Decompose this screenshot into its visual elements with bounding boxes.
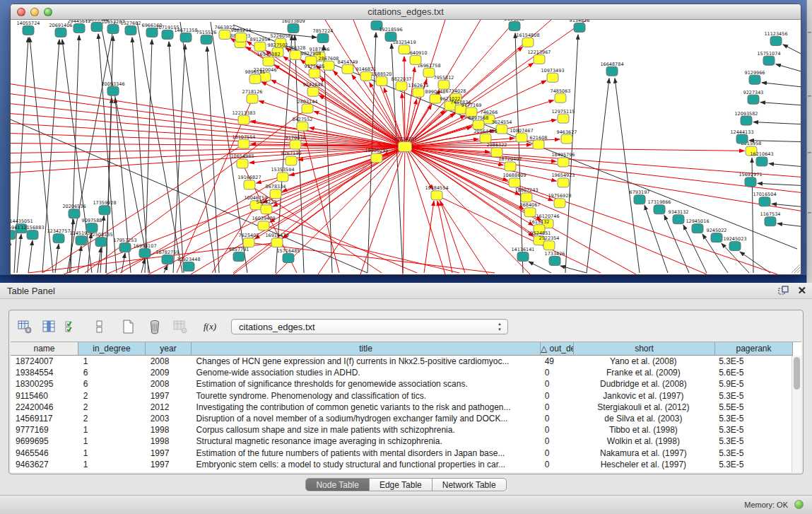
row-height-button[interactable]: [90, 317, 110, 337]
graph-node[interactable]: [283, 254, 294, 263]
graph-node-selected[interactable]: [558, 178, 569, 187]
graph-node-selected[interactable]: [263, 57, 274, 66]
table-row[interactable]: 969969511998Structural magnetic resonanc…: [11, 436, 792, 447]
graph-node-selected[interactable]: [261, 205, 272, 214]
graph-node-selected[interactable]: [219, 30, 230, 39]
column-header-title[interactable]: title: [192, 342, 541, 356]
tab-node-table[interactable]: Node Table: [306, 479, 370, 491]
graph-node-selected[interactable]: [516, 133, 527, 142]
table-vertical-scrollbar[interactable]: [792, 356, 801, 472]
table-row[interactable]: 2242004622012Investigating the contribut…: [11, 402, 792, 413]
graph-node[interactable]: [606, 66, 618, 76]
graph-node-selected[interactable]: [270, 189, 281, 199]
graph-node[interactable]: [634, 195, 645, 204]
delete-attribute-button[interactable]: [145, 317, 165, 337]
graph-node-selected[interactable]: [254, 42, 266, 51]
graph-node[interactable]: [233, 252, 245, 262]
column-header-short[interactable]: short: [574, 342, 715, 356]
graph-node[interactable]: [745, 177, 756, 187]
graph-node-selected[interactable]: [237, 159, 248, 168]
graph-node-selected[interactable]: [505, 162, 516, 171]
graph-node-selected[interactable]: [399, 45, 410, 54]
graph-node-selected[interactable]: [534, 54, 545, 64]
table-row[interactable]: 911546021997Tourette syndrome. Phenomeno…: [11, 390, 792, 402]
table-row[interactable]: 1830029562008Estimation of significance …: [11, 378, 792, 390]
table-row[interactable]: 977716911998Corpus callosum shape and si…: [11, 424, 792, 436]
graph-node[interactable]: [654, 205, 665, 214]
graph-node[interactable]: [139, 249, 151, 258]
graph-node[interactable]: [201, 35, 212, 44]
delete-table-button[interactable]: [170, 317, 190, 337]
graph-node[interactable]: [69, 209, 80, 218]
scrollbar-thumb[interactable]: [794, 357, 800, 390]
graph-node-selected[interactable]: [277, 173, 288, 182]
collapsed-panel-strip[interactable]: [806, 0, 812, 283]
graph-node-selected[interactable]: [247, 94, 258, 103]
table-row[interactable]: 1938455462009Genome-wide association stu…: [11, 367, 792, 378]
table-settings-button[interactable]: [15, 317, 35, 337]
tab-network-table[interactable]: Network Table: [433, 479, 506, 491]
graph-node[interactable]: [741, 116, 752, 125]
column-header-year[interactable]: year: [146, 342, 192, 356]
graph-node[interactable]: [509, 21, 520, 30]
graph-node[interactable]: [76, 236, 87, 245]
graph-node-selected[interactable]: [521, 193, 532, 202]
graph-node[interactable]: [517, 252, 529, 262]
graph-node[interactable]: [125, 25, 136, 35]
graph-node[interactable]: [748, 95, 759, 104]
graph-node[interactable]: [692, 224, 703, 233]
graph-node-selected[interactable]: [243, 238, 254, 247]
graph-node[interactable]: [711, 233, 722, 243]
graph-node[interactable]: [162, 30, 173, 39]
column-header-name[interactable]: name: [11, 342, 78, 356]
graph-node-selected[interactable]: [423, 68, 435, 77]
graph-node-selected[interactable]: [302, 104, 313, 113]
tab-edge-table[interactable]: Edge Table: [370, 479, 433, 491]
graph-node-selected[interactable]: [290, 50, 301, 59]
float-panel-icon[interactable]: [778, 286, 789, 295]
graph-node[interactable]: [729, 242, 741, 251]
new-attribute-button[interactable]: [118, 317, 138, 337]
graph-node[interactable]: [574, 23, 585, 32]
table-row[interactable]: 946554611997Estimation of the future num…: [11, 448, 792, 459]
function-builder-button[interactable]: f(x): [200, 317, 220, 337]
graph-node[interactable]: [23, 25, 34, 35]
graph-node[interactable]: [107, 86, 119, 95]
graph-node-selected[interactable]: [297, 122, 308, 131]
graph-node[interactable]: [759, 197, 770, 206]
graph-node-selected[interactable]: [238, 139, 249, 148]
graph-node[interactable]: [11, 230, 16, 240]
graph-node[interactable]: [95, 238, 107, 247]
graph-node-selected[interactable]: [413, 88, 424, 97]
graph-node-selected[interactable]: [286, 156, 297, 165]
graph-node-selected[interactable]: [509, 178, 520, 187]
graph-node[interactable]: [673, 215, 684, 224]
graph-node[interactable]: [317, 33, 329, 42]
table-row[interactable]: 946362711997Embryonic stem cells: a mode…: [11, 459, 792, 470]
graph-node-selected[interactable]: [249, 74, 261, 83]
graph-node[interactable]: [736, 134, 748, 144]
network-window[interactable]: citations_edges.txt 88601238912954522605…: [10, 4, 801, 275]
graph-node-selected[interactable]: [524, 208, 536, 217]
graph-node-selected[interactable]: [371, 153, 382, 163]
graph-node[interactable]: [99, 206, 110, 215]
graph-node[interactable]: [73, 23, 85, 33]
graph-node-selected[interactable]: [238, 115, 249, 124]
network-table-select[interactable]: citations_edges.txt ▲▼: [231, 319, 508, 334]
graph-node[interactable]: [119, 243, 131, 252]
show-columns-button[interactable]: [39, 317, 59, 337]
graph-node-selected[interactable]: [235, 33, 247, 42]
column-header-out_de[interactable]: △ out_de...: [541, 342, 574, 356]
graph-node-selected[interactable]: [376, 76, 387, 86]
graph-node[interactable]: [55, 28, 66, 37]
graph-node-selected[interactable]: [360, 71, 372, 81]
network-canvas[interactable]: 8860123891295452260589827502165433828186…: [11, 20, 801, 274]
network-view[interactable]: 8860123891295452260589827502165433828186…: [11, 20, 801, 274]
graph-node-selected[interactable]: [491, 148, 502, 157]
graph-node[interactable]: [27, 230, 38, 240]
graph-node-selected[interactable]: [399, 142, 412, 152]
column-header-pagerank[interactable]: pagerank: [715, 342, 793, 356]
graph-node[interactable]: [162, 255, 173, 264]
graph-node-selected[interactable]: [271, 238, 283, 247]
graph-node[interactable]: [765, 217, 776, 226]
